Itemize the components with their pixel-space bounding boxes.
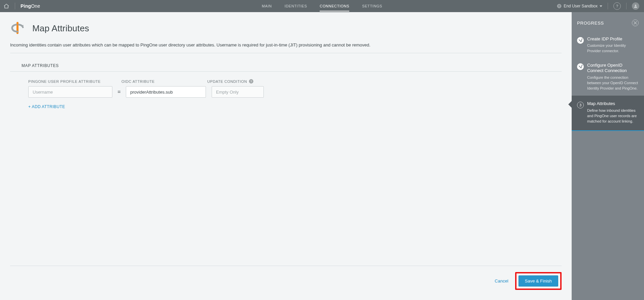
label-update-condition: UPDATE CONDITION ? xyxy=(207,79,253,84)
globe-icon xyxy=(557,4,562,8)
help-button[interactable]: ? xyxy=(613,2,621,10)
label-oidc-attribute: OIDC ATTRIBUTE xyxy=(121,79,207,84)
svg-point-1 xyxy=(635,5,637,6)
check-icon xyxy=(577,63,584,70)
environment-selector[interactable]: End User Sandbox xyxy=(557,4,602,8)
step-desc: Customize your Identity Provider connect… xyxy=(587,43,639,54)
column-labels: PINGONE USER PROFILE ATTRIBUTE OIDC ATTR… xyxy=(28,79,562,84)
oidc-attribute-text[interactable] xyxy=(130,90,202,95)
oidc-attribute-input[interactable] xyxy=(126,86,206,98)
save-highlight: Save & Finish xyxy=(515,272,562,290)
page-title: Map Attributes xyxy=(32,23,89,34)
divider xyxy=(15,3,15,9)
label-profile-attribute: PINGONE USER PROFILE ATTRIBUTE xyxy=(28,79,121,84)
home-icon[interactable] xyxy=(3,3,9,9)
nav-connections[interactable]: CONNECTIONS xyxy=(320,1,349,11)
progress-step-3[interactable]: 3 Map Attributes Define how inbound iden… xyxy=(572,96,644,131)
save-finish-button[interactable]: Save & Finish xyxy=(518,275,558,287)
section-title: MAP ATTRIBUTES xyxy=(10,53,562,72)
environment-name: End User Sandbox xyxy=(564,4,598,8)
nav-main[interactable]: MAIN xyxy=(262,1,272,11)
close-sidebar-button[interactable] xyxy=(632,20,639,26)
progress-sidebar: PROGRESS Create IDP Profile Customize yo… xyxy=(572,12,644,300)
divider xyxy=(626,3,627,9)
user-icon xyxy=(634,4,638,8)
nav-identities[interactable]: IDENTITIES xyxy=(285,1,307,11)
brand-logo: PingOne xyxy=(21,3,40,9)
update-condition-value: Empty Only xyxy=(216,90,239,95)
help-icon[interactable]: ? xyxy=(249,79,253,84)
step-title: Configure OpenID Connect Connection xyxy=(587,63,639,74)
progress-step-2[interactable]: Configure OpenID Connect Connection Conf… xyxy=(572,59,644,96)
progress-step-1[interactable]: Create IDP Profile Customize your Identi… xyxy=(572,32,644,59)
equals-sign: = xyxy=(112,89,126,95)
divider xyxy=(608,3,608,9)
close-icon xyxy=(634,21,637,25)
top-nav: PingOne MAIN IDENTITIES CONNECTIONS SETT… xyxy=(0,0,644,12)
check-icon xyxy=(577,37,584,44)
main-content: Map Attributes Incoming identities conta… xyxy=(0,12,572,300)
chevron-down-icon xyxy=(600,5,602,7)
sidebar-title: PROGRESS xyxy=(577,21,604,26)
nav-settings[interactable]: SETTINGS xyxy=(362,1,382,11)
cancel-button[interactable]: Cancel xyxy=(493,276,510,286)
brand-part-1: Ping xyxy=(21,3,31,9)
update-condition-select[interactable]: Empty Only xyxy=(212,86,264,98)
profile-attribute-field[interactable]: Username xyxy=(28,86,112,98)
page-header: Map Attributes xyxy=(10,19,562,42)
attribute-row: Username = Empty Only xyxy=(28,86,562,98)
brand-part-2: One xyxy=(31,3,40,9)
footer-actions: Cancel Save & Finish xyxy=(10,266,562,290)
user-avatar[interactable] xyxy=(632,2,639,10)
openid-icon xyxy=(10,20,25,36)
step-title: Map Attributes xyxy=(587,101,639,106)
step-desc: Define how inbound identities and PingOn… xyxy=(587,108,639,124)
label-update-condition-text: UPDATE CONDITION xyxy=(207,79,247,84)
step-number-icon: 3 xyxy=(577,102,584,108)
profile-attribute-value: Username xyxy=(33,90,53,95)
step-title: Create IDP Profile xyxy=(587,36,639,42)
top-nav-links: MAIN IDENTITIES CONNECTIONS SETTINGS xyxy=(0,1,644,11)
step-desc: Configure the connection between your Op… xyxy=(587,75,639,91)
add-attribute-button[interactable]: + ADD ATTRIBUTE xyxy=(28,104,562,109)
page-description: Incoming identities contain user attribu… xyxy=(10,42,562,53)
